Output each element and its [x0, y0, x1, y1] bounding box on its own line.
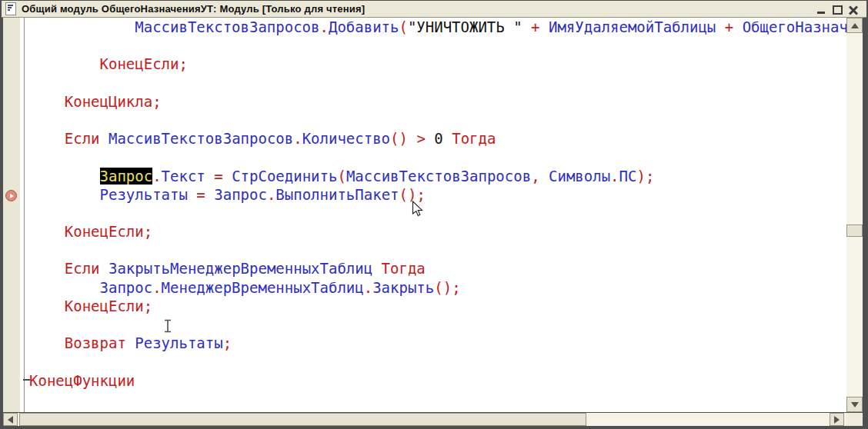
scroll-right-button[interactable] [830, 413, 844, 426]
code-line[interactable] [29, 111, 846, 129]
code-line[interactable]: МассивТекстовЗапросов.Добавить("УНИЧТОЖИ… [29, 18, 846, 36]
window-controls [816, 3, 859, 15]
scroll-left-icon [8, 416, 13, 424]
code-line[interactable] [29, 74, 846, 92]
close-icon [849, 5, 858, 15]
titlebar: Общий модуль ОбщегоНазначенияУТ: Модуль … [2, 1, 866, 18]
code-line[interactable]: Запрос.МенеджерВременныхТаблиц.Закрыть()… [29, 278, 846, 297]
horizontal-scrollbar[interactable] [3, 413, 846, 426]
code-line[interactable] [29, 148, 846, 166]
code-line[interactable]: Результаты = Запрос.ВыполнитьПакет(); [29, 185, 846, 204]
code-line[interactable]: КонецЕсли; [29, 297, 846, 315]
window-title: Общий модуль ОбщегоНазначенияУТ: Модуль … [22, 3, 365, 15]
fold-end-marker[interactable] [23, 379, 30, 381]
scroll-up-icon [851, 23, 859, 28]
code-line[interactable] [29, 204, 846, 222]
code-line[interactable]: Запрос.Текст = СтрСоединить(МассивТексто… [29, 167, 846, 185]
scroll-right-icon [834, 416, 840, 424]
horizontal-scrollbar-thumb[interactable] [19, 413, 586, 426]
module-editor-window: Общий модуль ОбщегоНазначенияУТ: Модуль … [0, 0, 868, 429]
current-line-marker-icon [5, 190, 17, 201]
scroll-down-button[interactable] [846, 397, 863, 412]
code-line[interactable] [29, 36, 846, 55]
scrollbar-corner [846, 413, 863, 426]
scroll-left-button[interactable] [3, 413, 18, 426]
code-line[interactable]: КонецЕсли; [29, 222, 846, 241]
minimize-button[interactable] [816, 3, 826, 15]
maximize-button[interactable] [832, 3, 843, 15]
minimize-icon [817, 12, 825, 14]
code-lines: МассивТекстовЗапросов.Добавить("УНИЧТОЖИ… [25, 18, 846, 390]
code-line[interactable]: Если МассивТекстовЗапросов.Количество() … [29, 129, 846, 148]
close-button[interactable] [848, 3, 859, 15]
breakpoint-margin[interactable] [3, 18, 20, 412]
scroll-down-icon [851, 402, 859, 407]
code-line[interactable]: КонецЕсли; [29, 55, 846, 73]
code-area[interactable]: МассивТекстовЗапросов.Добавить("УНИЧТОЖИ… [25, 18, 846, 412]
selected-word[interactable]: Запрос [100, 168, 153, 185]
code-line[interactable] [29, 352, 846, 371]
vertical-scrollbar[interactable] [846, 18, 863, 412]
module-icon [5, 2, 16, 15]
code-line[interactable] [29, 241, 846, 259]
maximize-icon [833, 5, 843, 15]
code-line[interactable]: КонецФункции [29, 371, 846, 390]
code-line[interactable] [29, 315, 846, 334]
code-line[interactable]: Возврат Результаты; [29, 334, 846, 352]
scroll-up-button[interactable] [846, 18, 863, 33]
code-line[interactable]: КонецЦикла; [29, 92, 846, 111]
code-line[interactable]: Если ЗакрытьМенеджерВременныхТаблиц Тогд… [29, 259, 846, 278]
vertical-scrollbar-thumb[interactable] [846, 224, 863, 237]
